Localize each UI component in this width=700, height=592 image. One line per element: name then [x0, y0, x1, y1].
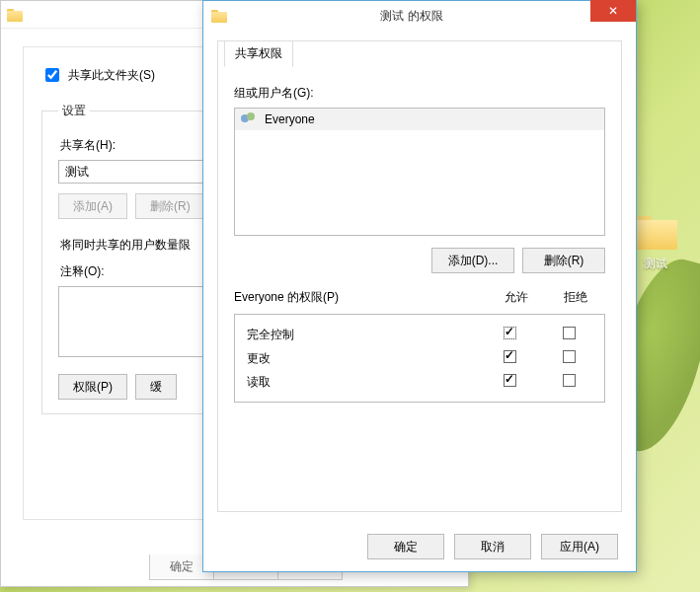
table-row: 完全控制	[241, 323, 598, 346]
close-icon: ✕	[608, 4, 618, 18]
deny-checkbox-read[interactable]	[563, 374, 576, 387]
allow-checkbox-change[interactable]	[504, 350, 516, 363]
table-row: 读取	[241, 370, 598, 394]
group-user-label: 组或用户名(G):	[234, 85, 605, 102]
permissions-header: Everyone 的权限(P)	[234, 289, 487, 306]
folder-icon	[7, 8, 23, 22]
user-name: Everyone	[265, 112, 315, 126]
apply-button[interactable]: 应用(A)	[541, 534, 618, 559]
permissions-button[interactable]: 权限(P)	[58, 374, 127, 400]
dialog-title: 测试 的权限	[233, 8, 590, 25]
allow-header: 允许	[487, 289, 546, 306]
add-share-button: 添加(A)	[58, 193, 127, 219]
deny-checkbox-change[interactable]	[563, 350, 576, 363]
titlebar[interactable]: 测试 的权限 ✕	[203, 1, 636, 31]
settings-legend: 设置	[58, 103, 90, 119]
tab-share-permissions[interactable]: 共享权限	[224, 40, 293, 67]
deny-header: 拒绝	[546, 289, 605, 306]
close-button[interactable]: ✕	[590, 0, 636, 22]
ok-button[interactable]: 确定	[367, 534, 444, 559]
perm-name: 完全控制	[241, 327, 480, 343]
permissions-table: 完全控制 更改 读取	[234, 314, 605, 403]
user-list[interactable]: Everyone	[234, 108, 605, 236]
perm-name: 更改	[241, 350, 480, 367]
folder-icon	[632, 212, 679, 250]
remove-share-button: 删除(R)	[135, 193, 205, 219]
remove-user-button[interactable]: 删除(R)	[522, 248, 605, 273]
add-user-button[interactable]: 添加(D)...	[431, 248, 514, 273]
group-icon	[241, 112, 259, 126]
caching-button[interactable]: 缓	[135, 374, 177, 400]
cancel-button[interactable]: 取消	[454, 534, 531, 559]
folder-icon	[211, 9, 227, 23]
list-item[interactable]: Everyone	[235, 109, 604, 130]
share-folder-checkbox-input[interactable]	[45, 68, 59, 82]
perm-name: 读取	[241, 374, 480, 391]
allow-checkbox-fullcontrol[interactable]	[504, 327, 516, 339]
permissions-dialog: 测试 的权限 ✕ 共享权限 组或用户名(G): Everyone 添加(D)..…	[202, 0, 637, 572]
table-row: 更改	[241, 346, 598, 370]
share-folder-checkbox-label: 共享此文件夹(S)	[68, 67, 155, 84]
deny-checkbox-fullcontrol[interactable]	[563, 327, 576, 339]
allow-checkbox-read[interactable]	[504, 374, 516, 387]
